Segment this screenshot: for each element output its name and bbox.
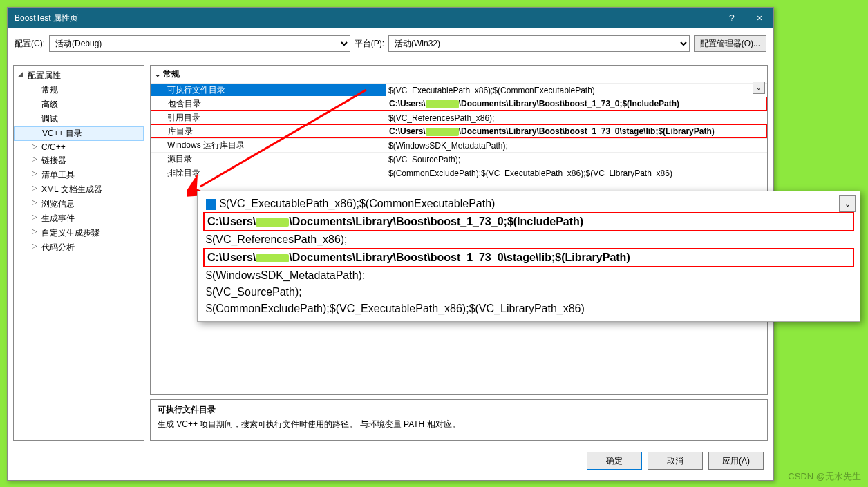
tree-arrow-icon: ▷ — [30, 142, 39, 150]
prop-value[interactable]: $(CommonExcludePath);$(VC_ExecutablePath… — [386, 169, 767, 178]
desc-title: 可执行文件目录 — [158, 404, 760, 416]
redacted — [426, 100, 459, 108]
property-row[interactable]: 包含目录C:\Users\\Documents\Library\Boost\bo… — [151, 97, 767, 111]
tree-item[interactable]: ▷浏览信息 — [14, 197, 144, 211]
tree-item[interactable]: ▷链接器 — [14, 153, 144, 168]
config-row: 配置(C): 活动(Debug) 平台(P): 活动(Win32) 配置管理器(… — [8, 28, 773, 59]
tree-item[interactable]: 常规 — [14, 83, 144, 97]
tree-item-label: 清单工具 — [41, 170, 75, 180]
prop-name: 排除目录 — [151, 167, 386, 179]
prop-value[interactable]: C:\Users\\Documents\Library\Boost\boost_… — [386, 126, 766, 136]
ok-button[interactable]: 确定 — [587, 452, 642, 470]
zoom-line: $(CommonExcludePath);$(VC_ExecutablePath… — [203, 300, 854, 317]
help-button[interactable]: ? — [718, 8, 746, 28]
apply-button[interactable]: 应用(A) — [708, 452, 764, 470]
zoom-line: C:\Users\\Documents\Library\Boost\boost_… — [203, 248, 854, 267]
tree-panel[interactable]: ◢配置属性常规高级调试VC++ 目录▷C/C++▷链接器▷清单工具▷XML 文档… — [13, 65, 144, 441]
tree-arrow-icon: ▷ — [30, 169, 39, 177]
prop-name: 引用目录 — [151, 112, 386, 124]
window-title: BoostTest 属性页 — [15, 12, 78, 24]
desc-text: 生成 VC++ 项目期间，搜索可执行文件时使用的路径。 与环境变量 PATH 相… — [158, 419, 760, 430]
prop-value[interactable]: $(VC_SourcePath); — [386, 155, 767, 164]
watermark: CSDN @无水先生 — [788, 470, 861, 483]
tree-item-label: 浏览信息 — [41, 199, 75, 209]
tree-item-label: 常规 — [41, 85, 58, 95]
zoom-line: $(WindowsSDK_MetadataPath); — [203, 267, 854, 284]
property-row[interactable]: 可执行文件目录$(VC_ExecutablePath_x86);$(Common… — [151, 83, 767, 97]
dropdown-icon[interactable]: ⌄ — [753, 82, 765, 94]
tree-item-label: 配置属性 — [28, 70, 61, 80]
group-header[interactable]: ⌄ 常规 — [151, 66, 767, 83]
property-row[interactable]: 库目录C:\Users\\Documents\Library\Boost\boo… — [151, 124, 767, 138]
close-button[interactable]: × — [746, 8, 773, 28]
prop-name: 可执行文件目录 — [151, 84, 386, 96]
tree-arrow-icon: ▷ — [30, 227, 39, 235]
chevron-down-icon: ⌄ — [155, 70, 160, 78]
tree-item[interactable]: VC++ 目录 — [14, 126, 144, 141]
tree-arrow-icon: ▷ — [30, 184, 39, 191]
tree-arrow-icon: ▷ — [30, 198, 39, 206]
platform-label: 平台(P): — [355, 38, 384, 50]
tree-item-label: C/C++ — [41, 142, 66, 152]
tree-item-label: 自定义生成步骤 — [41, 228, 100, 238]
group-label: 常规 — [163, 68, 180, 80]
tree-item[interactable]: ▷自定义生成步骤 — [14, 226, 144, 240]
tree-arrow-icon: ▷ — [30, 242, 39, 249]
property-row[interactable]: 排除目录$(CommonExcludePath);$(VC_Executable… — [151, 166, 767, 180]
tree-item-label: VC++ 目录 — [42, 128, 82, 138]
tree-item[interactable]: ◢配置属性 — [14, 68, 144, 83]
tree-item[interactable]: ▷C/C++ — [14, 141, 144, 153]
tree-item-label: 生成事件 — [41, 213, 75, 223]
prop-value[interactable]: C:\Users\\Documents\Library\Boost\boost_… — [386, 99, 766, 108]
description-panel: 可执行文件目录 生成 VC++ 项目期间，搜索可执行文件时使用的路径。 与环境变… — [150, 399, 768, 441]
zoom-overlay: ⌄ $(VC_ExecutablePath_x86);$(CommonExecu… — [197, 191, 860, 322]
property-row[interactable]: Windows 运行库目录$(WindowsSDK_MetadataPath); — [151, 138, 767, 152]
cancel-button[interactable]: 取消 — [648, 452, 703, 470]
zoom-line: C:\Users\\Documents\Library\Boost\boost_… — [203, 212, 854, 231]
property-row[interactable]: 引用目录$(VC_ReferencesPath_x86); — [151, 111, 767, 124]
config-manager-button[interactable]: 配置管理器(O)... — [694, 35, 766, 52]
tree-item[interactable]: ▷代码分析 — [14, 240, 144, 255]
tree-item[interactable]: 调试 — [14, 112, 144, 126]
prop-name: Windows 运行库目录 — [151, 140, 386, 151]
titlebar[interactable]: BoostTest 属性页 ? × — [8, 8, 773, 28]
prop-value[interactable]: $(VC_ReferencesPath_x86); — [386, 113, 767, 123]
tree-item[interactable]: 高级 — [14, 97, 144, 112]
tree-item[interactable]: ▷生成事件 — [14, 211, 144, 226]
tree-arrow-icon: ▷ — [30, 213, 39, 220]
platform-select[interactable]: 活动(Win32) — [388, 35, 690, 52]
prop-name: 包含目录 — [151, 98, 386, 110]
property-row[interactable]: 源目录$(VC_SourcePath); — [151, 152, 767, 166]
tree-item-label: 链接器 — [41, 155, 66, 165]
tree-item[interactable]: ▷XML 文档生成器 — [14, 182, 144, 197]
tree-item-label: 高级 — [41, 99, 58, 109]
zoom-dropdown-icon: ⌄ — [839, 195, 856, 212]
tree-item[interactable]: ▷清单工具 — [14, 168, 144, 182]
zoom-line: $(VC_SourcePath); — [203, 284, 854, 300]
prop-name: 库目录 — [151, 126, 386, 137]
tree-item-label: XML 文档生成器 — [41, 184, 102, 194]
dialog-footer: 确定 取消 应用(A) — [8, 446, 773, 475]
prop-name: 源目录 — [151, 153, 386, 165]
redacted — [426, 128, 459, 136]
tree-item-label: 调试 — [41, 114, 58, 124]
redacted — [256, 218, 289, 227]
zoom-line: $(VC_ReferencesPath_x86); — [203, 231, 854, 248]
redacted — [256, 254, 289, 262]
config-select[interactable]: 活动(Debug) — [49, 35, 350, 52]
zoom-line: $(VC_ExecutablePath_x86);$(CommonExecuta… — [203, 195, 854, 212]
prop-value[interactable]: $(VC_ExecutablePath_x86);$(CommonExecuta… — [386, 86, 767, 95]
tree-arrow-icon: ◢ — [17, 70, 25, 77]
tree-arrow-icon: ▷ — [30, 155, 39, 162]
prop-value[interactable]: $(WindowsSDK_MetadataPath); — [386, 141, 767, 151]
tree-item-label: 代码分析 — [41, 242, 75, 252]
config-label: 配置(C): — [15, 38, 45, 50]
